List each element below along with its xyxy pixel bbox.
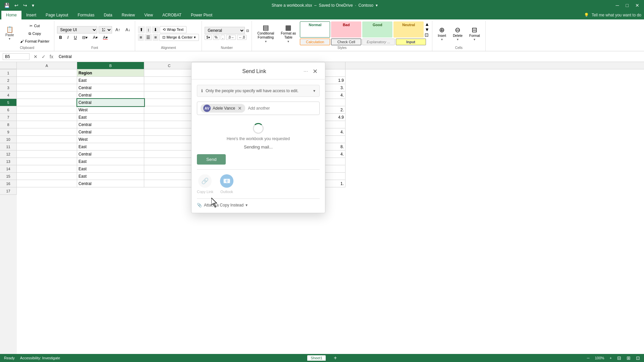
cell-b11[interactable]: East: [77, 143, 144, 150]
dialog-close-btn[interactable]: ✕: [311, 67, 320, 76]
row-header-4[interactable]: 4: [0, 92, 17, 99]
number-format-select[interactable]: General: [205, 27, 245, 34]
format-as-table-btn[interactable]: ▦ Format asTable ▾: [278, 22, 299, 45]
cell-b9[interactable]: Central: [77, 128, 144, 136]
accounting-format-btn[interactable]: $▾: [205, 35, 212, 40]
close-btn[interactable]: ✕: [633, 2, 641, 9]
cell-c9[interactable]: [144, 128, 195, 136]
cell-c2[interactable]: [144, 77, 195, 84]
font-family-select[interactable]: Segoe UI: [57, 26, 97, 34]
col-header-c[interactable]: C: [144, 62, 195, 69]
row-header-5[interactable]: 5: [0, 99, 17, 106]
percent-btn[interactable]: %: [213, 35, 219, 40]
row-header-6[interactable]: 6: [0, 106, 17, 114]
increase-font-btn[interactable]: A↑: [113, 26, 122, 33]
decrease-decimal-btn[interactable]: ←.0: [237, 35, 247, 40]
tab-data[interactable]: Data: [99, 11, 117, 19]
cell-a9[interactable]: [17, 128, 77, 136]
conditional-formatting-btn[interactable]: ▤ ConditionalFormatting ▾: [255, 22, 277, 45]
cell-c14[interactable]: [144, 165, 195, 173]
cell-b15[interactable]: East: [77, 173, 144, 180]
cell-c6[interactable]: [144, 106, 195, 114]
recipient-field[interactable]: AV Adele Vance ✕: [197, 102, 320, 115]
styles-expand[interactable]: ⊡: [425, 32, 429, 38]
tell-me-input[interactable]: Tell me what you want to do: [592, 13, 641, 17]
add-recipient-input[interactable]: [248, 106, 316, 111]
tab-acrobat[interactable]: ACROBAT: [158, 11, 186, 19]
attach-copy-btn[interactable]: 📎 Attach a Copy Instead ▾: [197, 198, 320, 207]
cell-b12[interactable]: Central: [77, 150, 144, 158]
col-header-b[interactable]: B: [77, 62, 144, 69]
customize-quick-btn[interactable]: ▾: [31, 2, 36, 9]
cell-c15[interactable]: [144, 173, 195, 180]
cut-btn[interactable]: ✂Cut: [18, 22, 52, 29]
border-btn[interactable]: ⊟▾: [80, 34, 90, 41]
view-normal-btn[interactable]: ⊟: [617, 355, 621, 361]
cell-b8[interactable]: Central: [77, 121, 144, 128]
zoom-in-btn[interactable]: +: [610, 356, 612, 360]
row-header-3[interactable]: 3: [0, 84, 17, 92]
row-header-12[interactable]: 12: [0, 150, 17, 158]
save-quick-btn[interactable]: 💾: [3, 2, 11, 9]
cell-c4[interactable]: [144, 92, 195, 99]
view-layout-btn[interactable]: ⊞: [627, 355, 631, 361]
styles-scroll-up[interactable]: ▲: [425, 21, 429, 27]
row-header-7[interactable]: 7: [0, 114, 17, 121]
tab-formulas[interactable]: Formulas: [73, 11, 99, 19]
copy-link-option[interactable]: 🔗 Copy Link: [197, 174, 213, 194]
view-break-btn[interactable]: ⊡: [636, 355, 640, 361]
formula-input[interactable]: [57, 54, 641, 60]
cell-a6[interactable]: [17, 106, 77, 114]
tab-review[interactable]: Review: [117, 11, 140, 19]
style-bad[interactable]: Bad: [331, 21, 361, 38]
access-notice[interactable]: ℹ Only the people you specify will have …: [197, 85, 320, 97]
maximize-btn[interactable]: □: [624, 2, 631, 9]
row-header-15[interactable]: 15: [0, 173, 17, 180]
fill-color-btn[interactable]: A▾: [91, 34, 100, 41]
increase-decimal-btn[interactable]: .0→: [226, 35, 235, 40]
cell-b1[interactable]: Region: [77, 69, 144, 77]
cell-b16[interactable]: Central: [77, 180, 144, 187]
minimize-btn[interactable]: ─: [614, 2, 621, 9]
style-good[interactable]: Good: [362, 21, 392, 38]
cell-a10[interactable]: [17, 136, 77, 143]
align-middle-btn[interactable]: ↕: [146, 26, 151, 33]
tab-view[interactable]: View: [140, 11, 158, 19]
cell-b7[interactable]: East: [77, 114, 144, 121]
cell-b5[interactable]: Central: [77, 99, 144, 106]
cell-c13[interactable]: [144, 158, 195, 165]
dialog-more-btn[interactable]: ···: [304, 68, 308, 74]
cell-a15[interactable]: [17, 173, 77, 180]
cell-b2[interactable]: East: [77, 77, 144, 84]
cell-a12[interactable]: [17, 150, 77, 158]
row-header-16[interactable]: 16: [0, 180, 17, 187]
cell-a14[interactable]: [17, 165, 77, 173]
cell-c1[interactable]: [144, 69, 195, 77]
row-header-10[interactable]: 10: [0, 136, 17, 143]
outlook-option[interactable]: 📧 Outlook: [220, 174, 233, 194]
row-header-8[interactable]: 8: [0, 121, 17, 128]
decrease-font-btn[interactable]: A↓: [123, 26, 132, 33]
cell-b4[interactable]: Central: [77, 92, 144, 99]
style-check-cell[interactable]: Check Cell: [331, 39, 361, 45]
style-normal[interactable]: Normal: [300, 21, 330, 38]
style-explanatory[interactable]: Explanatory ...: [362, 39, 394, 45]
align-left-btn[interactable]: ≡: [138, 34, 144, 41]
row-header-11[interactable]: 11: [0, 143, 17, 150]
row-header-2[interactable]: 2: [0, 77, 17, 84]
cancel-formula-btn[interactable]: ✕: [32, 53, 39, 60]
col-header-a[interactable]: A: [17, 62, 77, 69]
cell-c10[interactable]: [144, 136, 195, 143]
cell-b13[interactable]: East: [77, 158, 144, 165]
comma-btn[interactable]: ,: [221, 35, 225, 40]
cell-b14[interactable]: East: [77, 165, 144, 173]
bold-btn[interactable]: B: [57, 34, 64, 41]
cell-a5[interactable]: [17, 99, 77, 106]
cell-c5[interactable]: [144, 99, 195, 106]
cell-a2[interactable]: [17, 77, 77, 84]
recipient-remove-btn[interactable]: ✕: [237, 106, 243, 111]
underline-btn[interactable]: U: [72, 34, 79, 41]
italic-btn[interactable]: I: [65, 34, 70, 41]
sheet-tab[interactable]: Sheet1: [307, 355, 326, 361]
row-header-9[interactable]: 9: [0, 128, 17, 136]
